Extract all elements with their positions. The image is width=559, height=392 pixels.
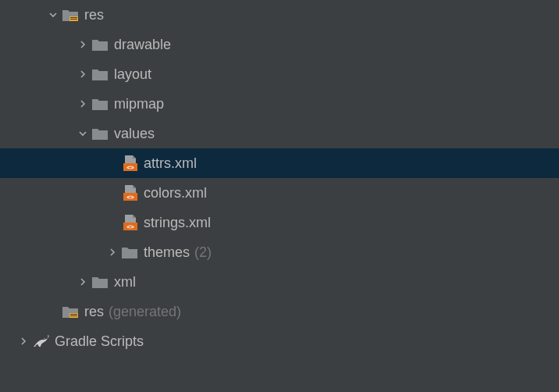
tree-label: values <box>114 126 155 142</box>
tree-item-gradle-scripts[interactable]: Gradle Scripts <box>0 326 559 356</box>
tree-label: mipmap <box>114 96 164 112</box>
tree-label: strings.xml <box>144 215 211 231</box>
chevron-down-icon[interactable] <box>45 10 61 20</box>
tree-item-res[interactable]: res <box>0 0 559 30</box>
svg-rect-1 <box>70 17 77 18</box>
tree-label: drawable <box>114 37 171 53</box>
tree-label: themes <box>144 244 190 261</box>
tree-item-res-generated[interactable]: res (generated) <box>0 297 559 326</box>
tree-suffix: (generated) <box>109 304 181 320</box>
tree-item-values[interactable]: values <box>0 119 559 148</box>
folder-icon <box>91 38 109 51</box>
folder-icon <box>91 68 109 80</box>
folder-icon <box>91 276 109 288</box>
chevron-down-icon[interactable] <box>75 129 91 138</box>
gradle-icon <box>31 334 50 348</box>
xml-file-icon: <> <box>120 215 139 230</box>
tree-item-attrs-xml[interactable]: <> attrs.xml <box>0 148 559 178</box>
project-tree: res drawable layout mipmap <box>0 0 559 356</box>
folder-icon <box>91 98 109 110</box>
tree-label: res <box>84 304 104 320</box>
chevron-right-icon[interactable] <box>75 277 91 287</box>
svg-rect-11 <box>70 315 77 316</box>
xml-file-icon: <> <box>120 185 139 201</box>
chevron-right-icon[interactable] <box>75 69 91 79</box>
tree-item-themes[interactable]: themes (2) <box>0 237 559 267</box>
folder-icon <box>120 246 139 258</box>
tree-label: xml <box>114 274 136 290</box>
res-folder-icon <box>61 9 80 21</box>
folder-icon <box>91 127 109 140</box>
svg-rect-10 <box>70 314 77 315</box>
tree-label: Gradle Scripts <box>55 333 144 350</box>
svg-text:<>: <> <box>126 164 134 171</box>
svg-text:<>: <> <box>126 223 134 230</box>
tree-label: layout <box>114 66 151 83</box>
tree-item-drawable[interactable]: drawable <box>0 30 559 59</box>
tree-label: res <box>84 7 104 23</box>
tree-item-mipmap[interactable]: mipmap <box>0 89 559 119</box>
xml-file-icon: <> <box>120 155 139 171</box>
svg-rect-2 <box>70 19 77 20</box>
res-folder-icon <box>61 305 80 318</box>
tree-label: attrs.xml <box>144 155 197 172</box>
tree-item-layout[interactable]: layout <box>0 59 559 89</box>
tree-suffix: (2) <box>194 244 212 261</box>
chevron-right-icon[interactable] <box>75 40 91 49</box>
tree-label: colors.xml <box>144 185 207 201</box>
tree-item-colors-xml[interactable]: <> colors.xml <box>0 178 559 208</box>
tree-item-xml[interactable]: xml <box>0 267 559 297</box>
svg-text:<>: <> <box>126 194 134 201</box>
chevron-right-icon[interactable] <box>105 248 120 257</box>
chevron-right-icon[interactable] <box>75 99 91 109</box>
tree-item-strings-xml[interactable]: <> strings.xml <box>0 208 559 237</box>
chevron-right-icon[interactable] <box>16 337 31 346</box>
